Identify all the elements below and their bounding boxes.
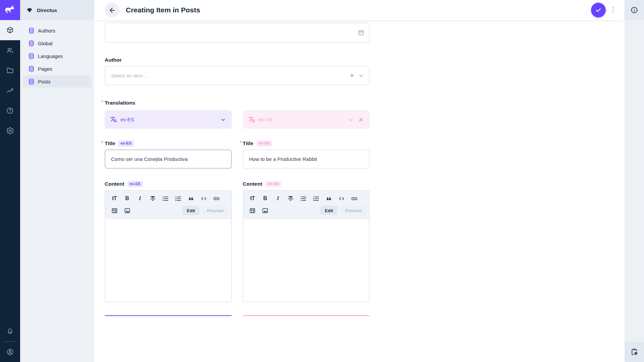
required-dot [240,141,241,142]
translate-icon [110,116,117,123]
edit-tab-button[interactable]: Edit [320,206,338,215]
info-sidebar-button[interactable] [625,0,644,20]
blockquote-button[interactable] [184,193,197,204]
field-label: Title [243,140,254,146]
bullet-list-button[interactable] [159,193,172,204]
image-button[interactable] [259,205,272,216]
module-content[interactable] [0,20,20,40]
author-field: + [105,66,370,85]
account-icon [6,348,14,356]
required-dot [102,141,103,142]
divider-pink [243,315,370,316]
remove-language-button[interactable] [358,116,364,123]
form-content: Author + Translations es-ES [94,20,625,362]
strikethrough-icon [149,195,156,202]
italic-button[interactable]: I [272,193,284,204]
language-badge: es-ES [127,181,143,187]
sidebar-item-pages[interactable]: Pages [23,63,92,75]
title-input-es[interactable] [105,149,232,169]
module-help[interactable] [0,101,20,121]
activity-drawer-button[interactable] [625,342,644,362]
translations-label-row: Translations [105,100,370,106]
sidebar-item-languages[interactable]: Languages [23,50,92,62]
sidebar-item-label: Posts [38,79,51,84]
sidebar-item-authors[interactable]: Authors [23,24,92,37]
strikethrough-button[interactable] [284,193,297,204]
check-icon [595,6,602,14]
add-item-button[interactable]: + [350,72,354,79]
bold-button[interactable]: B [259,193,272,204]
table-icon [249,207,256,214]
bullet-list-button[interactable] [297,193,310,204]
database-icon [28,78,35,85]
language-dropdown-button[interactable] [220,116,226,123]
translations-row: es-ES en-US [105,110,370,129]
language-code: en-US [259,117,273,122]
code-button[interactable] [335,193,348,204]
sidebar-item-label: Global [38,41,52,46]
info-icon [630,6,638,14]
module-settings[interactable] [0,121,20,141]
module-notifications[interactable] [0,321,20,341]
database-icon [28,53,35,60]
bold-button[interactable]: B [121,193,133,204]
close-icon [358,116,364,123]
strikethrough-button[interactable] [146,193,159,204]
module-account[interactable] [0,342,20,362]
save-button[interactable] [591,3,606,17]
markdown-editor-en: tT B I [243,190,370,302]
code-button[interactable] [197,193,210,204]
chevron-down-icon [220,116,226,123]
sidebar-item-global[interactable]: Global [23,37,92,49]
back-button[interactable] [105,3,119,17]
preview-tab-button[interactable]: Preview [340,206,366,215]
content-textarea-en[interactable] [244,219,369,302]
italic-button[interactable]: I [133,193,146,204]
people-icon [6,46,14,54]
heading-button[interactable]: tT [246,193,259,204]
project-chooser[interactable]: Directus [20,0,94,20]
nav-sidebar: Directus Authors Global Languages Pages … [20,0,94,362]
blockquote-button[interactable] [323,193,335,204]
numbered-list-icon [313,195,320,202]
date-input[interactable] [105,22,370,43]
link-button[interactable] [210,193,223,204]
preview-tab-button[interactable]: Preview [202,206,228,215]
heading-button[interactable]: tT [108,193,121,204]
editor-toolbar: tT B I [244,191,369,219]
module-users[interactable] [0,40,20,60]
language-badge: en-US [256,140,272,146]
field-label: Title [105,140,115,146]
more-options-button[interactable]: ⋮ [608,3,618,17]
author-select-input[interactable] [105,66,370,85]
image-button[interactable] [121,205,133,216]
title-labels-row: Title es-ES Title en-US [105,140,370,147]
calendar-icon[interactable] [358,29,365,36]
rabbit-logo-icon [4,4,16,16]
language-badge: en-US [265,181,281,187]
numbered-list-button[interactable] [172,193,184,204]
divider-purple [105,315,232,316]
app-window: Directus Authors Global Languages Pages … [0,0,644,362]
numbered-list-button[interactable] [310,193,323,204]
author-dropdown-button[interactable] [358,72,365,79]
language-select-primary[interactable]: es-ES [105,110,232,129]
module-insights[interactable] [0,80,20,101]
page-title: Creating Item in Posts [126,6,200,14]
link-button[interactable] [348,193,361,204]
numbered-list-icon [175,195,182,202]
title-input-en[interactable] [243,149,370,169]
sidebar-item-posts[interactable]: Posts [23,75,92,87]
project-name: Directus [37,7,57,13]
language-dropdown-button[interactable] [347,116,354,123]
table-button[interactable] [108,205,121,216]
sidebar-item-label: Authors [38,28,55,34]
language-select-secondary[interactable]: en-US [243,110,370,129]
content-textarea-es[interactable] [105,219,231,302]
markdown-editor-es: tT B I [105,190,232,302]
table-button[interactable] [246,205,259,216]
module-files[interactable] [0,60,20,80]
directus-logo[interactable] [0,0,20,20]
image-icon [262,207,269,214]
edit-tab-button[interactable]: Edit [182,206,200,215]
